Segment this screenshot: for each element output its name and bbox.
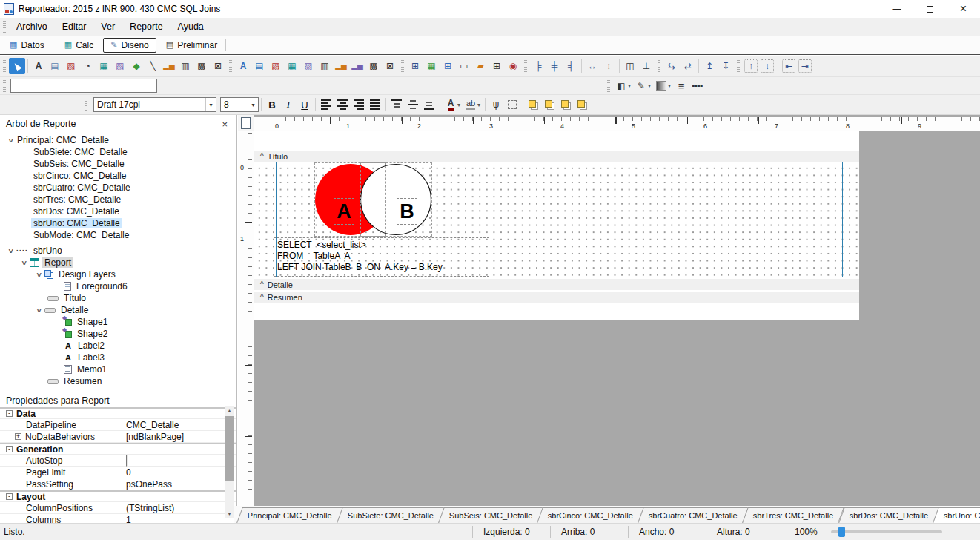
- line-thickness-button[interactable]: ≡: [673, 78, 689, 94]
- tree-node-design-layers[interactable]: >Design Layers: [0, 269, 236, 280]
- region-tool-button[interactable]: ⊞: [407, 58, 423, 74]
- align-right-button[interactable]: ╡: [563, 58, 579, 74]
- close-tree-panel-button[interactable]: ×: [219, 119, 231, 130]
- map-tool-button[interactable]: ◉: [505, 58, 521, 74]
- tree-node-titulo-band[interactable]: Título: [0, 292, 236, 304]
- valign-bottom-button[interactable]: [421, 96, 437, 113]
- tree-node-sbruno[interactable]: >····sbrUno: [0, 245, 236, 257]
- prop-row-passsetting[interactable]: PassSettingpsOnePass: [0, 478, 236, 490]
- tree-node-report[interactable]: >Report: [0, 257, 236, 269]
- variable-tool-button[interactable]: ▦: [96, 58, 112, 74]
- checkbox-tool-button[interactable]: ⊠: [210, 58, 226, 74]
- prop-row-columns[interactable]: Columns1: [0, 514, 236, 523]
- barcode2d-tool-button[interactable]: ▩: [193, 58, 210, 74]
- detail-band-header[interactable]: ^ Detalle: [254, 279, 859, 290]
- tree-item-sbrcuatro[interactable]: sbrCuatro: CMC_Detalle: [0, 182, 236, 194]
- restore-button[interactable]: [913, 0, 947, 18]
- align-text-center-button[interactable]: [334, 96, 351, 113]
- barcode-tool-button[interactable]: ▥: [177, 58, 193, 74]
- highlight-color-button[interactable]: ab: [463, 96, 479, 113]
- collapse-box-icon[interactable]: -: [6, 410, 13, 417]
- chart-tool-button[interactable]: ▂▅: [161, 58, 177, 74]
- menu-archivo[interactable]: Archivo: [9, 22, 55, 32]
- tree-item-principal[interactable]: >Principal: CMC_Detalle: [0, 134, 236, 146]
- dbadvchart-tool-button[interactable]: ▂▅: [349, 58, 365, 74]
- scroll-up-icon[interactable]: ▲: [225, 406, 234, 415]
- prop-group-generation[interactable]: -Generation: [0, 443, 236, 455]
- bold-button[interactable]: B: [264, 96, 280, 113]
- tree-node-label2[interactable]: ALabel2: [0, 340, 236, 352]
- borders-button[interactable]: [504, 96, 520, 113]
- properties-scrollbar[interactable]: ▲ ▼: [225, 406, 234, 518]
- tree-item-subseis[interactable]: SubSeis: CMC_Detalle: [0, 158, 236, 170]
- chevron-down-icon[interactable]: >: [7, 136, 15, 145]
- space-horizontally-button[interactable]: ↔: [584, 58, 600, 74]
- collapse-band-icon[interactable]: ^: [260, 152, 264, 160]
- line-style-button[interactable]: ╍╍: [689, 78, 706, 94]
- pointer-tool-button[interactable]: [9, 58, 25, 74]
- summary-band-header[interactable]: ^ Resumen: [254, 292, 859, 303]
- font-size-combo[interactable]: 8 ▾: [220, 97, 259, 112]
- align-center-button[interactable]: ╪: [546, 58, 563, 74]
- dbmemo-tool-button[interactable]: ▤: [251, 58, 268, 74]
- pagebreak-tool-button[interactable]: ▭: [456, 58, 472, 74]
- nudge-down-button[interactable]: ↧: [718, 58, 734, 74]
- dbbarcode-tool-button[interactable]: ▥: [317, 58, 333, 74]
- zoom-slider[interactable]: [831, 530, 942, 533]
- font-name-combo[interactable]: Draft 17cpi ▾: [93, 97, 216, 112]
- doc-tab-sbrcinco[interactable]: sbrCinco: CMC_Detalle: [537, 507, 645, 523]
- align-bottom-edge-button[interactable]: ⊥: [638, 58, 655, 74]
- tree-item-sbrtres[interactable]: sbrTres: CMC_Detalle: [0, 194, 236, 205]
- size-right-button[interactable]: ⇥: [798, 59, 812, 73]
- shift-left-button[interactable]: ⇆: [663, 58, 680, 74]
- title-band-body[interactable]: A B SELECT <select_list> FROM TableA A L…: [254, 162, 859, 279]
- send-backward-button[interactable]: [575, 96, 591, 113]
- tree-node-resumen-band[interactable]: Resumen: [0, 375, 236, 387]
- fill-color-button[interactable]: ◧: [613, 78, 629, 94]
- dbcalc-tool-button[interactable]: ▦: [284, 58, 300, 74]
- tab-preliminar[interactable]: ▤ Preliminar: [159, 39, 224, 52]
- size-to-width-button[interactable]: ◫: [622, 58, 638, 74]
- tree-node-shape1[interactable]: Shape1: [0, 316, 236, 328]
- doc-tab-sbrtres[interactable]: sbrTres: CMC_Detalle: [742, 507, 844, 523]
- nudge-up-button[interactable]: ↥: [701, 58, 718, 74]
- tree-node-memo1[interactable]: Memo1: [0, 363, 236, 375]
- gradient-button[interactable]: [653, 78, 669, 94]
- doc-tab-sbrdos[interactable]: sbrDos: CMC_Detalle: [838, 507, 939, 523]
- underline-button[interactable]: U: [297, 96, 313, 113]
- font-size-dropdown[interactable]: ▾: [248, 98, 258, 111]
- chevron-down-icon[interactable]: >: [20, 258, 28, 267]
- label3-element[interactable]: B: [397, 198, 417, 225]
- image-tool-button[interactable]: ▨: [112, 58, 128, 74]
- tree-node-foreground6[interactable]: Foreground6: [0, 280, 236, 292]
- prop-row-pagelimit[interactable]: PageLimit0: [0, 467, 236, 478]
- size-left-button[interactable]: ⇤: [782, 59, 795, 73]
- valign-middle-button[interactable]: [405, 96, 421, 113]
- chevron-down-icon[interactable]: >: [35, 306, 43, 315]
- title-band-header[interactable]: ^ Título: [254, 151, 859, 162]
- tree-item-submode[interactable]: SubMode: CMC_Detalle: [0, 229, 236, 241]
- menu-ayuda[interactable]: Ayuda: [170, 22, 211, 32]
- scrollbar-thumb[interactable]: [225, 416, 234, 481]
- prop-row-nodatabehaviors[interactable]: +NoDataBehaviors[ndBlankPage]: [0, 431, 236, 443]
- prop-row-columnpositions[interactable]: ColumnPositions(TStringList): [0, 502, 236, 514]
- dbchart-tool-button[interactable]: ▂▅: [333, 58, 349, 74]
- doc-tab-sbruno[interactable]: sbrUno: CMC_Detalle: [933, 507, 980, 523]
- prop-row-datapipeline[interactable]: DataPipelineCMC_Detalle: [0, 419, 236, 431]
- prop-group-data[interactable]: -Data: [0, 407, 236, 419]
- tab-calc[interactable]: ▦ Calc: [58, 39, 100, 52]
- subreport-tool-button[interactable]: ▦: [423, 58, 440, 74]
- tab-diseno[interactable]: ✎ Diseño: [103, 38, 156, 53]
- align-left-button[interactable]: ╞: [530, 58, 546, 74]
- crosstab-tool-button[interactable]: ⊞: [440, 58, 456, 74]
- shift-right-button[interactable]: ⇄: [680, 58, 696, 74]
- line-color-button[interactable]: ✎: [633, 78, 649, 94]
- chevron-down-icon[interactable]: >: [7, 246, 15, 255]
- tab-datos[interactable]: ▦ Datos: [3, 39, 51, 52]
- dbtext-tool-button[interactable]: A: [235, 58, 251, 74]
- chevron-down-icon[interactable]: >: [35, 270, 43, 279]
- italic-button[interactable]: I: [280, 96, 297, 113]
- label2-element[interactable]: A: [334, 198, 354, 225]
- expand-box-icon[interactable]: +: [15, 433, 21, 440]
- doc-tab-sbrcuatro[interactable]: sbrCuatro: CMC_Detalle: [638, 507, 749, 523]
